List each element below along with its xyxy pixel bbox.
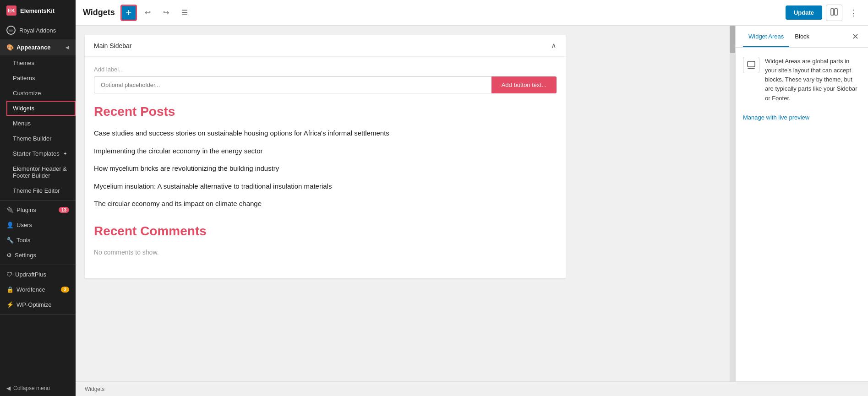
appearance-chevron: ◀ xyxy=(66,45,69,50)
right-panel-close-button[interactable]: ✕ xyxy=(850,31,861,43)
right-panel-body: Widget Areas are global parts in your si… xyxy=(736,48,868,381)
redo-icon: ↪ xyxy=(163,8,169,17)
tab-widget-areas[interactable]: Widget Areas xyxy=(743,27,789,47)
add-button-text[interactable]: Add button text... xyxy=(491,76,557,93)
add-icon: + xyxy=(126,7,131,19)
undo-icon: ↩ xyxy=(145,8,151,17)
sidebar-item-themes[interactable]: Themes xyxy=(6,55,76,71)
tools-icon: 🔧 xyxy=(6,237,14,244)
undo-button[interactable]: ↩ xyxy=(141,5,155,20)
scrollbar[interactable] xyxy=(730,26,735,381)
sidebar-item-wordfence[interactable]: 🔒 Wordfence 2 xyxy=(0,282,76,297)
appearance-icon: 🎨 xyxy=(6,44,14,51)
sidebar-item-starter-templates[interactable]: Starter Templates ✦ xyxy=(6,146,76,161)
sidebar-item-theme-builder[interactable]: Theme Builder xyxy=(6,131,76,146)
widgets-label: Widgets xyxy=(13,105,34,112)
sidebar-item-wp-optimize[interactable]: ⚡ WP-Optimize xyxy=(0,297,76,312)
panel-title: Main Sidebar xyxy=(94,42,132,49)
sidebar-divider-1 xyxy=(0,200,76,201)
scrollbar-thumb[interactable] xyxy=(730,26,735,53)
starter-templates-icon: ✦ xyxy=(63,151,67,156)
update-button[interactable]: Update xyxy=(786,5,822,20)
wp-optimize-label: WP-Optimize xyxy=(16,301,52,308)
sidebar-item-settings[interactable]: ⚙ Settings xyxy=(0,248,76,263)
widget-areas-icon xyxy=(743,57,759,73)
panel-body: Add label... Add button text... Recent P… xyxy=(85,57,566,278)
sidebar-item-menus[interactable]: Menus xyxy=(6,116,76,131)
panel-collapse-button[interactable]: ∧ xyxy=(551,41,557,50)
svg-rect-2 xyxy=(748,61,755,67)
updraftplus-icon: 🛡 xyxy=(6,271,12,278)
settings-icon: ⚙ xyxy=(6,252,12,259)
royal-addons-label: Royal Addons xyxy=(19,27,56,34)
sidebar-item-tools[interactable]: 🔧 Tools xyxy=(0,233,76,248)
info-icon-row: Widget Areas are global parts in your si… xyxy=(743,57,861,103)
sidebar-collapse[interactable]: ◀ Collapse menu xyxy=(0,380,76,396)
add-label: Add label... xyxy=(94,66,557,73)
sidebar-item-users[interactable]: 👤 Users xyxy=(0,217,76,233)
more-options-button[interactable]: ⋮ xyxy=(846,5,861,20)
sidebar-item-customize[interactable]: Customize xyxy=(6,86,76,101)
no-comments: No comments to show. xyxy=(94,248,557,257)
main-sidebar-panel: Main Sidebar ∧ Add label... Add button t… xyxy=(85,35,566,278)
users-icon: 👤 xyxy=(6,222,14,228)
tab-block[interactable]: Block xyxy=(789,27,815,47)
svg-rect-0 xyxy=(831,9,834,15)
search-input-row: Add button text... xyxy=(94,76,557,93)
sidebar-divider-3 xyxy=(0,314,76,315)
tools-label: Tools xyxy=(16,237,30,244)
sidebar-item-plugins[interactable]: 🔌 Plugins 13 xyxy=(0,202,76,217)
canvas-area[interactable]: Main Sidebar ∧ Add label... Add button t… xyxy=(76,26,735,381)
appearance-subnav: Themes Patterns Customize Widgets Menus … xyxy=(0,55,76,198)
royal-addons-icon: ◎ xyxy=(6,26,16,35)
sidebar-royal-addons[interactable]: ◎ Royal Addons xyxy=(0,21,76,39)
manage-live-preview-link[interactable]: Manage with live preview xyxy=(743,114,809,121)
sidebar: EK ElementsKit ◎ Royal Addons 🎨 Appearan… xyxy=(0,0,76,396)
post-item-2[interactable]: How mycelium bricks are revolutionizing … xyxy=(94,163,557,174)
panel-header: Main Sidebar ∧ xyxy=(85,35,566,57)
section-divider xyxy=(94,217,557,224)
right-panel: Widget Areas Block ✕ Widget Areas are gl… xyxy=(735,26,868,381)
post-item-1[interactable]: Implementing the circular economy in the… xyxy=(94,146,557,157)
sidebar-item-patterns[interactable]: Patterns xyxy=(6,71,76,86)
collapse-icon: ◀ xyxy=(6,385,11,391)
patterns-label: Patterns xyxy=(13,75,35,81)
updraftplus-label: UpdraftPlus xyxy=(15,271,46,278)
appearance-label: Appearance xyxy=(16,44,50,51)
post-list: Case studies and success stories on sust… xyxy=(94,128,557,209)
sidebar-divider-2 xyxy=(0,265,76,265)
post-item-0[interactable]: Case studies and success stories on sust… xyxy=(94,128,557,139)
add-block-button[interactable]: + xyxy=(120,5,137,21)
sidebar-item-elementor-header[interactable]: Elementor Header & Footer Builder xyxy=(6,161,76,183)
collapse-label: Collapse menu xyxy=(13,385,50,391)
sidebar-item-theme-file-editor[interactable]: Theme File Editor xyxy=(6,183,76,198)
placeholder-input[interactable] xyxy=(94,76,491,93)
right-panel-header: Widget Areas Block ✕ xyxy=(736,26,868,48)
top-toolbar: Widgets + ↩ ↪ ☰ Update ⋮ xyxy=(76,0,868,26)
sidebar-item-widgets[interactable]: Widgets xyxy=(6,101,76,116)
wordfence-icon: 🔒 xyxy=(6,286,14,293)
main-area: Widgets + ↩ ↪ ☰ Update ⋮ xyxy=(76,0,868,396)
wp-optimize-icon: ⚡ xyxy=(6,301,14,308)
plugins-label: Plugins xyxy=(16,206,36,213)
list-view-icon: ☰ xyxy=(181,8,188,17)
view-toggle-button[interactable] xyxy=(826,5,842,21)
redo-button[interactable]: ↪ xyxy=(159,5,174,20)
footer-label: Widgets xyxy=(85,386,104,392)
plugins-badge: 13 xyxy=(59,207,69,213)
recent-posts-title: Recent Posts xyxy=(94,104,557,119)
sidebar-appearance-header[interactable]: 🎨 Appearance ◀ xyxy=(0,39,76,55)
starter-templates-label: Starter Templates xyxy=(13,150,60,157)
post-item-4[interactable]: The circular economy and its impact on c… xyxy=(94,199,557,209)
footer-bar: Widgets xyxy=(76,381,868,396)
sidebar-item-updraftplus[interactable]: 🛡 UpdraftPlus xyxy=(0,267,76,282)
post-item-3[interactable]: Mycelium insulation: A sustainable alter… xyxy=(94,181,557,192)
list-view-button[interactable]: ☰ xyxy=(177,5,192,20)
sidebar-elementskit[interactable]: EK ElementsKit xyxy=(0,0,76,21)
content-row: Main Sidebar ∧ Add label... Add button t… xyxy=(76,26,868,381)
theme-builder-label: Theme Builder xyxy=(13,135,52,142)
elementskit-icon: EK xyxy=(6,5,16,16)
theme-file-editor-label: Theme File Editor xyxy=(13,187,60,194)
users-label: Users xyxy=(16,222,32,228)
recent-comments-title: Recent Comments xyxy=(94,224,557,239)
